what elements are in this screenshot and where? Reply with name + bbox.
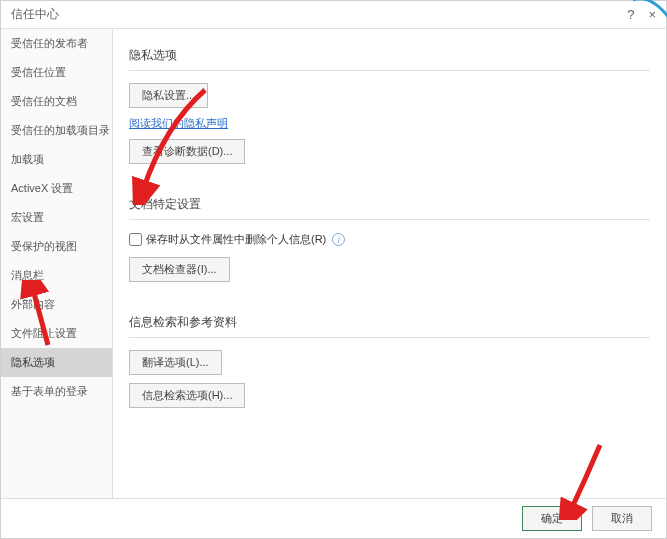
section-document-settings: 文档特定设置 保存时从文件属性中删除个人信息(R) i 文档检查器(I)... — [129, 190, 650, 290]
section-privacy-options: 隐私选项 隐私设置... 阅读我们的隐私声明 查看诊断数据(D)... — [129, 41, 650, 172]
sidebar-item-activex-settings[interactable]: ActiveX 设置 — [1, 174, 112, 203]
diagnostic-data-button[interactable]: 查看诊断数据(D)... — [129, 139, 245, 164]
dialog-title: 信任中心 — [11, 6, 59, 23]
sidebar-item-label: 加载项 — [11, 153, 44, 165]
section-header: 文档特定设置 — [129, 190, 650, 220]
sidebar-item-label: 受信任的文档 — [11, 95, 77, 107]
sidebar-item-protected-view[interactable]: 受保护的视图 — [1, 232, 112, 261]
sidebar-item-label: 文件阻止设置 — [11, 327, 77, 339]
cancel-button[interactable]: 取消 — [592, 506, 652, 531]
section-research-reference: 信息检索和参考资料 翻译选项(L)... 信息检索选项(H)... — [129, 308, 650, 416]
sidebar-item-label: 消息栏 — [11, 269, 44, 281]
sidebar-item-macro-settings[interactable]: 宏设置 — [1, 203, 112, 232]
sidebar-item-trusted-addin-catalogs[interactable]: 受信任的加载项目录 — [1, 116, 112, 145]
dialog-footer: 确定 取消 — [1, 498, 666, 538]
sidebar-item-label: 外部内容 — [11, 298, 55, 310]
info-icon[interactable]: i — [332, 233, 345, 246]
remove-personal-info-checkbox[interactable] — [129, 233, 142, 246]
sidebar-item-label: ActiveX 设置 — [11, 182, 73, 194]
checkbox-label: 保存时从文件属性中删除个人信息(R) — [146, 232, 326, 247]
sidebar-item-label: 受信任的加载项目录 — [11, 124, 110, 136]
sidebar-item-file-block-settings[interactable]: 文件阻止设置 — [1, 319, 112, 348]
sidebar-item-label: 宏设置 — [11, 211, 44, 223]
dialog-body: 受信任的发布者 受信任位置 受信任的文档 受信任的加载项目录 加载项 Activ… — [1, 29, 666, 498]
section-header: 信息检索和参考资料 — [129, 308, 650, 338]
sidebar-item-trusted-publishers[interactable]: 受信任的发布者 — [1, 29, 112, 58]
sidebar-item-message-bar[interactable]: 消息栏 — [1, 261, 112, 290]
sidebar-item-form-based-login[interactable]: 基于表单的登录 — [1, 377, 112, 406]
help-button[interactable]: ? — [627, 7, 634, 22]
sidebar-item-privacy-options[interactable]: 隐私选项 — [1, 348, 112, 377]
privacy-statement-link[interactable]: 阅读我们的隐私声明 — [129, 116, 228, 131]
sidebar-item-addins[interactable]: 加载项 — [1, 145, 112, 174]
translation-options-button[interactable]: 翻译选项(L)... — [129, 350, 222, 375]
sidebar-item-trusted-documents[interactable]: 受信任的文档 — [1, 87, 112, 116]
close-button[interactable]: × — [648, 7, 656, 22]
sidebar-item-label: 基于表单的登录 — [11, 385, 88, 397]
content-panel: 隐私选项 隐私设置... 阅读我们的隐私声明 查看诊断数据(D)... 文档特定… — [113, 29, 666, 498]
sidebar-item-label: 隐私选项 — [11, 356, 55, 368]
sidebar-item-label: 受信任位置 — [11, 66, 66, 78]
section-header: 隐私选项 — [129, 41, 650, 71]
research-options-button[interactable]: 信息检索选项(H)... — [129, 383, 245, 408]
ok-button[interactable]: 确定 — [522, 506, 582, 531]
sidebar: 受信任的发布者 受信任位置 受信任的文档 受信任的加载项目录 加载项 Activ… — [1, 29, 113, 498]
sidebar-item-trusted-locations[interactable]: 受信任位置 — [1, 58, 112, 87]
document-inspector-button[interactable]: 文档检查器(I)... — [129, 257, 230, 282]
sidebar-item-label: 受信任的发布者 — [11, 37, 88, 49]
sidebar-item-external-content[interactable]: 外部内容 — [1, 290, 112, 319]
privacy-settings-button[interactable]: 隐私设置... — [129, 83, 208, 108]
sidebar-item-label: 受保护的视图 — [11, 240, 77, 252]
remove-personal-info-checkbox-row[interactable]: 保存时从文件属性中删除个人信息(R) i — [129, 232, 650, 247]
titlebar: 信任中心 ? × — [1, 1, 666, 29]
titlebar-controls: ? × — [627, 7, 656, 22]
